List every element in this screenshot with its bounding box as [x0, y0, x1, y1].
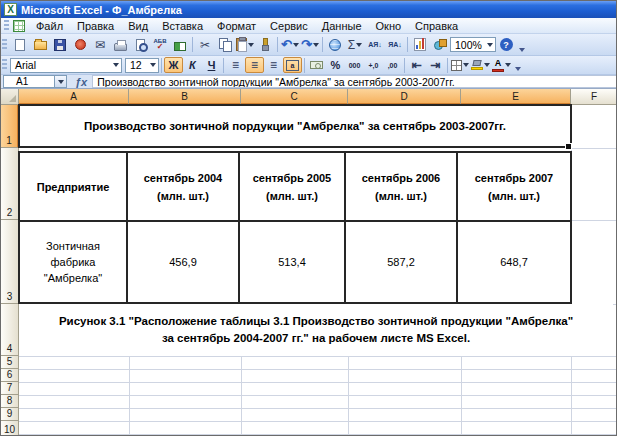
cell-d2-year-header[interactable]: сентябрь 2006 (млн. шт.): [346, 153, 458, 222]
standard-toolbar-drag-handle[interactable]: [2, 39, 7, 51]
toolbar-options-button[interactable]: [517, 34, 526, 55]
font-name-combobox[interactable]: Arial: [10, 58, 122, 73]
column-header-a[interactable]: A: [19, 89, 129, 105]
new-document-button[interactable]: [10, 36, 30, 54]
insert-hyperlink-button[interactable]: [325, 36, 345, 54]
merge-and-center-button[interactable]: а: [283, 57, 302, 73]
row-header-2[interactable]: 2: [1, 148, 19, 220]
cell-d3-value[interactable]: 587,2: [346, 222, 458, 302]
permission-button[interactable]: [70, 36, 90, 54]
selection-fill-handle[interactable]: [565, 143, 572, 150]
cell-a2-company-header[interactable]: Предприятие: [20, 153, 128, 222]
workbook-icon[interactable]: [13, 20, 25, 32]
cell-b3-value[interactable]: 456,9: [128, 222, 240, 302]
cell-c3-value[interactable]: 513,4: [240, 222, 346, 302]
open-button[interactable]: [30, 36, 50, 54]
row-header-3[interactable]: 3: [1, 220, 19, 304]
column-header-f[interactable]: F: [571, 89, 617, 105]
menu-tools[interactable]: Сервис: [263, 19, 315, 33]
undo-dropdown-arrow-icon[interactable]: [293, 43, 299, 47]
fill-color-button[interactable]: [470, 57, 491, 73]
toolbar-options-button[interactable]: [513, 56, 522, 74]
font-size-combobox[interactable]: 12: [125, 58, 159, 73]
font-color-button[interactable]: А: [491, 57, 512, 73]
autosum-button[interactable]: Σ: [345, 36, 365, 54]
borders-button[interactable]: [450, 57, 470, 73]
formatting-toolbar-drag-handle[interactable]: [2, 59, 7, 71]
formula-input[interactable]: Производство зонтичной пордукции "Амбрел…: [92, 75, 617, 88]
menubar-drag-handle[interactable]: [4, 20, 9, 32]
redo-button[interactable]: ↷: [300, 36, 320, 54]
cut-button[interactable]: ✂: [195, 36, 215, 54]
align-left-button[interactable]: ≡: [226, 57, 245, 73]
row-header-4[interactable]: 4: [1, 304, 19, 356]
help-button[interactable]: ?: [496, 36, 516, 54]
cell-a3-company-name[interactable]: Зонтичная фабрика "Амбрелка": [20, 222, 128, 302]
research-button[interactable]: [170, 36, 190, 54]
autosum-dropdown-arrow-icon[interactable]: [356, 43, 362, 47]
cell-a1-title[interactable]: Производство зонтичной пордукции "Амбрел…: [18, 104, 572, 148]
redo-dropdown-arrow-icon[interactable]: [313, 43, 319, 47]
menu-view[interactable]: Вид: [121, 19, 155, 33]
row-header-10[interactable]: 10: [1, 421, 19, 436]
font-color-dropdown-arrow-icon[interactable]: [505, 63, 511, 67]
font-size-dropdown-arrow-icon[interactable]: [150, 63, 156, 67]
menu-insert[interactable]: Вставка: [155, 19, 210, 33]
cell-e3-value[interactable]: 648,7: [458, 222, 570, 302]
select-all-corner[interactable]: [1, 89, 19, 105]
align-center-button[interactable]: ≡: [245, 57, 264, 73]
column-header-d[interactable]: D: [348, 89, 461, 105]
zoom-combobox[interactable]: 100%: [450, 37, 496, 52]
menu-window[interactable]: Окно: [369, 19, 409, 33]
undo-button[interactable]: ↶: [280, 36, 300, 54]
comma-style-button[interactable]: 000: [345, 57, 364, 73]
row-header-5[interactable]: 5: [1, 356, 19, 369]
column-header-b[interactable]: B: [129, 89, 241, 105]
print-preview-button[interactable]: [130, 36, 150, 54]
underline-button[interactable]: Ч: [202, 57, 221, 73]
name-box-dropdown-button[interactable]: [55, 75, 67, 88]
menu-help[interactable]: Справка: [408, 19, 465, 33]
column-header-c[interactable]: C: [241, 89, 348, 105]
spelling-button[interactable]: АБВ ✓: [150, 36, 170, 54]
cell-b2-year-header[interactable]: сентябрь 2004 (млн. шт.): [128, 153, 240, 222]
column-header-e[interactable]: E: [461, 89, 571, 105]
sort-descending-button[interactable]: ЯА↓: [385, 36, 405, 54]
increase-indent-button[interactable]: ⇥: [426, 57, 445, 73]
row-header-8[interactable]: 8: [1, 395, 19, 408]
italic-button[interactable]: К: [183, 57, 202, 73]
save-button[interactable]: [50, 36, 70, 54]
zoom-dropdown-arrow-icon[interactable]: [487, 43, 493, 47]
menu-format[interactable]: Формат: [210, 19, 263, 33]
increase-decimal-button[interactable]: +,0: [364, 57, 383, 73]
menu-file[interactable]: Файл: [29, 19, 70, 33]
format-painter-button[interactable]: [255, 36, 275, 54]
currency-style-button[interactable]: [307, 57, 326, 73]
decrease-indent-button[interactable]: ⇤: [407, 57, 426, 73]
cell-e2-year-header[interactable]: сентябрь 2007 (млн. шт.): [458, 153, 570, 222]
drawing-button[interactable]: [430, 36, 450, 54]
paste-dropdown-arrow-icon[interactable]: [248, 43, 254, 47]
menu-edit[interactable]: Правка: [70, 19, 121, 33]
percent-style-button[interactable]: %: [326, 57, 345, 73]
copy-button[interactable]: [215, 36, 235, 54]
align-right-button[interactable]: ≡: [264, 57, 283, 73]
menu-data[interactable]: Данные: [315, 19, 369, 33]
row-header-1[interactable]: 1: [1, 105, 19, 148]
title-bar[interactable]: X Microsoft Excel - Ф_Амбрелка: [1, 1, 617, 18]
row-header-6[interactable]: 6: [1, 369, 19, 382]
name-box[interactable]: A1: [3, 75, 55, 88]
chart-wizard-button[interactable]: [410, 36, 430, 54]
email-button[interactable]: ✉: [90, 36, 110, 54]
borders-dropdown-arrow-icon[interactable]: [463, 63, 469, 67]
paste-button[interactable]: [235, 36, 255, 54]
insert-function-button[interactable]: ƒx: [75, 76, 87, 88]
cell-a4-figure-caption[interactable]: Рисунок 3.1 "Расположение таблицы 3.1 Пр…: [19, 304, 613, 356]
font-name-dropdown-arrow-icon[interactable]: [113, 63, 119, 67]
row-header-9[interactable]: 9: [1, 408, 19, 421]
decrease-decimal-button[interactable]: ,00: [383, 57, 402, 73]
bold-button[interactable]: Ж: [164, 57, 183, 73]
fill-color-dropdown-arrow-icon[interactable]: [484, 63, 490, 67]
cell-c2-year-header[interactable]: сентябрь 2005 (млн. шт.): [240, 153, 346, 222]
print-button[interactable]: [110, 36, 130, 54]
